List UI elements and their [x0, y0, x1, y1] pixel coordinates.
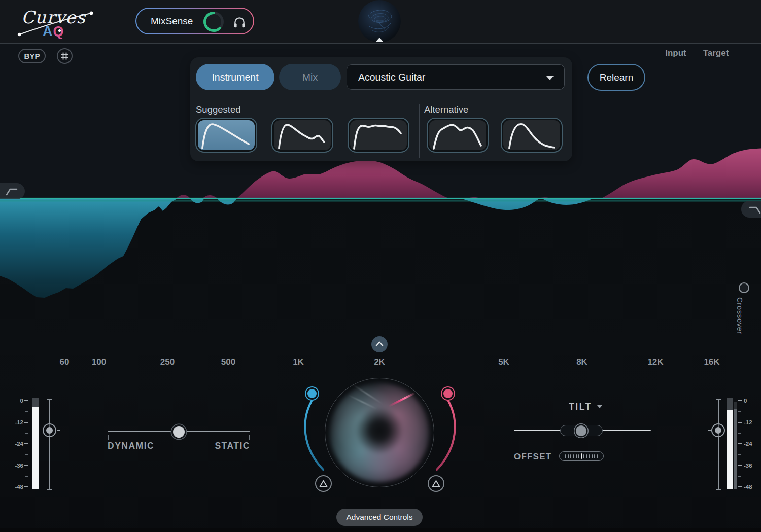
lowpass-icon: [747, 203, 761, 216]
crossover-label: Crossover: [736, 297, 744, 346]
freq-label-60: 60: [49, 357, 80, 367]
mixsense-knob[interactable]: [201, 10, 226, 34]
meter-scale-right-48: -48: [744, 483, 761, 490]
meter-scale-right-12: -12: [744, 419, 761, 426]
curve-graph-3: [350, 120, 407, 150]
curve-graph-2: [274, 120, 331, 150]
input-level-meter: [32, 398, 39, 489]
output-gain-handle[interactable]: [711, 423, 725, 437]
collapse-panel-button[interactable]: [371, 336, 388, 352]
tilt-caret-icon: [597, 405, 602, 408]
morph-pad[interactable]: [330, 383, 429, 482]
sphere-visualizer[interactable]: [358, 0, 401, 43]
suggested-label: Suggested: [196, 104, 240, 115]
tilt-mode-dropdown[interactable]: TILT: [560, 401, 611, 412]
meter-scale-left-48: -48: [6, 483, 23, 490]
offset-scrubber[interactable]: [559, 451, 604, 461]
grid-icon: [59, 50, 71, 62]
freq-label-8k: 8K: [567, 357, 597, 367]
meter-scale-left-36: -36: [6, 462, 23, 469]
tilt-label: TILT: [569, 402, 592, 412]
lowpass-filter-tab[interactable]: [741, 201, 761, 218]
headphones-icon[interactable]: [233, 16, 246, 29]
dynamic-label: DYNAMIC: [108, 441, 154, 451]
logo-a: A: [43, 24, 53, 39]
curve-thumbnail-5[interactable]: [501, 118, 563, 153]
dynamic-static-handle[interactable]: [173, 426, 185, 438]
curve-graph-1: [198, 120, 255, 150]
meter-scale-right-24: -24: [744, 440, 761, 447]
triangle-icon: [430, 477, 442, 490]
meter-scale-right-36: -36: [744, 462, 761, 469]
spectrum-area-low: [0, 199, 177, 298]
curve-thumbnail-2[interactable]: [271, 118, 333, 153]
curve-graph-4: [429, 120, 486, 150]
high-band-delta-button[interactable]: [428, 475, 444, 492]
freq-label-16k: 16K: [697, 357, 727, 367]
input-gain-slider[interactable]: [49, 399, 50, 489]
tilt-slider-handle[interactable]: [576, 425, 586, 436]
input-meter-label[interactable]: Input: [661, 48, 691, 58]
high-band-handle[interactable]: [443, 389, 453, 398]
curve-thumbnail-4[interactable]: [427, 118, 489, 153]
advanced-controls-button[interactable]: Advanced Controls: [336, 509, 423, 526]
freq-label-1k: 1K: [283, 357, 314, 367]
logo-q: Q: [53, 24, 64, 39]
static-label: STATIC: [188, 441, 250, 451]
group-divider: [419, 104, 420, 158]
freq-label-12k: 12K: [640, 357, 671, 367]
relearn-button[interactable]: Relearn: [587, 64, 645, 91]
preset-panel: Instrument Mix Acoustic Guitar Suggested…: [190, 57, 572, 161]
low-band-delta-button[interactable]: [315, 475, 332, 492]
offset-label: OFFSET: [514, 452, 551, 462]
tab-instrument[interactable]: Instrument: [196, 64, 274, 90]
meter-scale-left-0: 0: [6, 397, 23, 404]
output-gain-slider[interactable]: [718, 399, 719, 489]
meter-scale-left-12: -12: [6, 419, 23, 426]
output-level-meter-secondary: [734, 402, 737, 489]
freq-label-250: 250: [152, 357, 183, 367]
freq-label-100: 100: [84, 357, 114, 367]
meter-scale-right-0: 0: [744, 397, 761, 404]
preset-dropdown[interactable]: Acoustic Guitar: [347, 64, 565, 90]
app-logo: Curves AQ: [14, 3, 100, 42]
alternative-label: Alternative: [424, 104, 468, 115]
curves-aq-window: Curves AQ MixSense: [0, 0, 761, 532]
grid-button[interactable]: [57, 48, 73, 64]
tab-mix[interactable]: Mix: [279, 64, 341, 90]
low-band-handle[interactable]: [307, 389, 317, 398]
highpass-icon: [4, 185, 19, 197]
crossover-line[interactable]: [0, 198, 761, 199]
bypass-button[interactable]: BYP: [18, 49, 46, 63]
bottom-edge: [0, 528, 761, 532]
input-gain-handle[interactable]: [43, 423, 56, 437]
freq-label-2k: 2K: [364, 357, 395, 367]
curve-graph-5: [503, 120, 560, 150]
output-level-meter: [727, 398, 733, 489]
curve-thumbnail-1[interactable]: [195, 118, 257, 153]
highpass-filter-tab[interactable]: [0, 183, 25, 199]
triangle-icon: [317, 477, 330, 490]
freq-label-5k: 5K: [489, 357, 519, 367]
curve-thumbnail-3[interactable]: [348, 118, 409, 153]
chevron-up-icon: [372, 337, 387, 351]
crossover-toggle[interactable]: [739, 282, 749, 293]
sphere-contours: [358, 0, 401, 43]
mixsense-module[interactable]: MixSense: [135, 8, 254, 34]
target-meter-label[interactable]: Target: [699, 48, 733, 58]
meter-scale-left-24: -24: [6, 440, 23, 447]
dropdown-caret-icon: [546, 76, 554, 80]
freq-label-500: 500: [213, 357, 244, 367]
header-expand-arrow-icon[interactable]: [375, 38, 384, 42]
mixsense-label: MixSense: [151, 16, 193, 27]
preset-dropdown-value: Acoustic Guitar: [358, 72, 425, 83]
